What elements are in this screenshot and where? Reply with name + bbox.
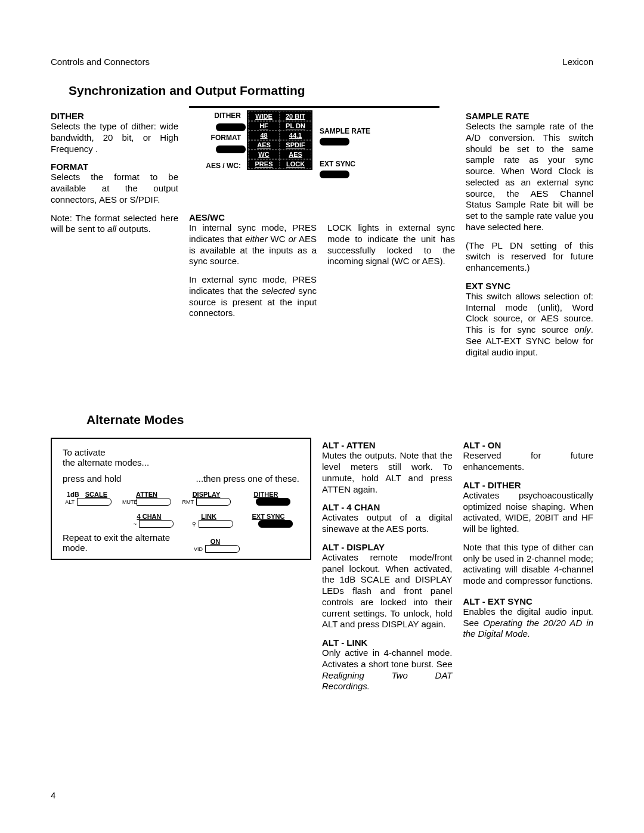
aeswc-p2: In external sync mode, PRES indicates th… (189, 274, 317, 319)
alt-link-button (199, 520, 233, 528)
diag-label-ext-sync: EXT SYNC (320, 160, 370, 168)
dither-body: Selects the type of dither: wide bandwid… (51, 121, 178, 154)
alt-line2: the alternate modes... (63, 457, 299, 467)
alt-line1: To activate (63, 447, 299, 457)
format-body: Selects the format to be available at th… (51, 172, 178, 205)
format-switch (216, 145, 246, 153)
alt-on-title: ALT - ON (463, 440, 594, 450)
alt-scale-button (77, 498, 112, 506)
alt-extsync-title: ALT - EXT SYNC (463, 596, 594, 606)
sample-rate-p2: (The PL DN setting of this switch is res… (466, 240, 593, 274)
alt-then-press: ...then press one of these. (196, 473, 299, 484)
section-heading-sync: Synchronization and Output Formatting (69, 83, 593, 98)
diag-label-dither: DITHER (189, 112, 246, 120)
alt-dither-title: ALT - DITHER (463, 480, 594, 490)
sample-rate-p1: Selects the sample rate of the A/D conve… (466, 121, 593, 233)
alt-press-hold: press and hold (63, 473, 121, 484)
ext-sync-body: This switch allows selection of: Interna… (466, 291, 593, 358)
dither-switch (216, 123, 246, 131)
alt-on-button (205, 545, 240, 553)
alt-atten-button (137, 498, 171, 506)
page-number: 4 (51, 790, 55, 800)
alt-4chan-button (139, 520, 174, 528)
header-right: Lexicon (562, 57, 593, 67)
diag-label-sample-rate: SAMPLE RATE (320, 127, 370, 135)
alt-modes-diagram: To activate the alternate modes... press… (51, 438, 311, 560)
alt-atten-body: Mutes the outputs. Note that the level m… (322, 450, 453, 495)
alt-display-body: Activates remote mode/front panel lockou… (322, 552, 453, 630)
lock-body: LOCK lights in external sync mode to ind… (327, 222, 455, 267)
aeswc-p1: In internal sync mode, PRES indicates th… (189, 222, 317, 267)
alt-repeat: Repeat to exit the alternate mode. (63, 532, 185, 553)
alt-4chan-body: Activates output of a digital sinewave a… (322, 512, 453, 535)
alt-dither-p2: Note that this type of dither can only b… (463, 542, 594, 587)
alt-extsync-body: Enables the digital audio input. See Ope… (463, 606, 594, 640)
alt-link-title: ALT - LINK (322, 637, 453, 648)
section-heading-alt: Alternate Modes (86, 413, 593, 427)
ext-sync-title: EXT SYNC (466, 281, 593, 291)
alt-atten-title: ALT - ATTEN (322, 440, 453, 450)
alt-dither-p1: Activates psychoacoustically optimized n… (463, 490, 594, 535)
alt-dither-button (256, 498, 290, 506)
dither-title: DITHER (51, 111, 178, 121)
alt-display-button (196, 498, 231, 506)
sync-diagram: DITHER FORMAT AES / WC: (189, 106, 439, 184)
header-left: Controls and Connectors (51, 57, 150, 67)
alt-4chan-title: ALT - 4 CHAN (322, 502, 453, 512)
alt-display-title: ALT - DISPLAY (322, 542, 453, 552)
format-title: FORMAT (51, 162, 178, 172)
alt-extsync-button (258, 520, 293, 528)
ext-sync-switch (320, 171, 349, 178)
alt-link-body: Only active in 4-channel mode. Activates… (322, 648, 453, 692)
indicator-grid: WIDE20 BIT HFPL DN 4844.1 AESSPDIF WCAES… (247, 110, 312, 170)
alt-on-body: Reserved for future enhancements. (463, 450, 594, 473)
format-note: Note: The format selected here will be s… (51, 213, 178, 236)
diag-label-aeswc: AES / WC: (189, 162, 246, 170)
sample-rate-title: SAMPLE RATE (466, 111, 593, 121)
sample-rate-switch (320, 138, 349, 145)
diag-label-format: FORMAT (189, 134, 246, 142)
aeswc-title: AES/WC (189, 212, 317, 222)
